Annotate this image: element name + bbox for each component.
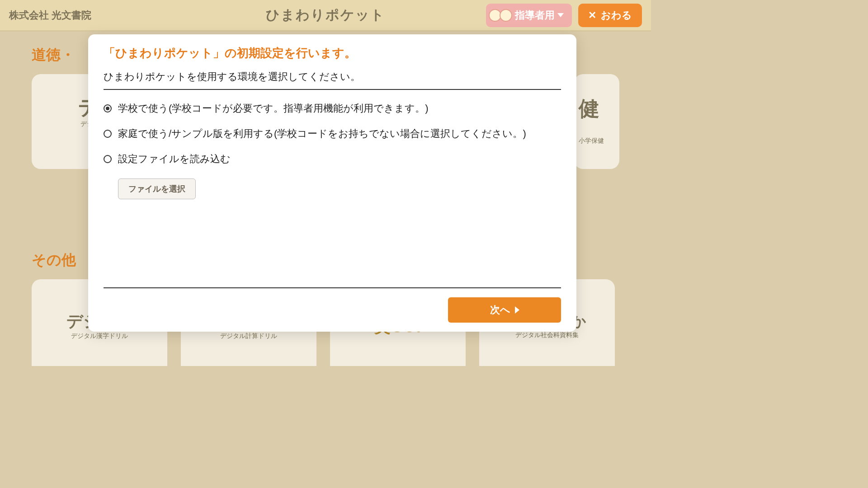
modal-title: 「ひまわりポケット」の初期設定を行います。 <box>104 45 561 61</box>
option-label: 学校で使う(学校コードが必要です。指導者用機能が利用できます。) <box>118 102 429 115</box>
radio-icon <box>104 104 112 113</box>
divider <box>104 287 561 288</box>
option-label: 設定ファイルを読み込む <box>118 152 231 166</box>
divider <box>104 89 561 90</box>
setup-modal: 「ひまわりポケット」の初期設定を行います。 ひまわりポケットを使用する環境を選択… <box>88 34 576 332</box>
next-button[interactable]: 次へ <box>448 297 561 323</box>
environment-options: 学校で使う(学校コードが必要です。指導者用機能が利用できます。) 家庭で使う/サ… <box>104 102 561 166</box>
next-label: 次へ <box>490 303 510 317</box>
radio-icon <box>104 130 112 138</box>
radio-icon <box>104 155 112 163</box>
option-home[interactable]: 家庭で使う/サンプル版を利用する(学校コードをお持ちでない場合に選択してください… <box>104 127 561 141</box>
modal-description: ひまわりポケットを使用する環境を選択してください。 <box>104 70 561 84</box>
option-load-file[interactable]: 設定ファイルを読み込む <box>104 152 561 166</box>
option-school[interactable]: 学校で使う(学校コードが必要です。指導者用機能が利用できます。) <box>104 102 561 115</box>
modal-backdrop: 「ひまわりポケット」の初期設定を行います。 ひまわりポケットを使用する環境を選択… <box>0 0 651 366</box>
chevron-right-icon <box>515 306 519 314</box>
choose-file-button[interactable]: ファイルを選択 <box>118 178 196 199</box>
modal-footer: 次へ <box>104 297 561 323</box>
option-label: 家庭で使う/サンプル版を利用する(学校コードをお持ちでない場合に選択してください… <box>118 127 526 141</box>
